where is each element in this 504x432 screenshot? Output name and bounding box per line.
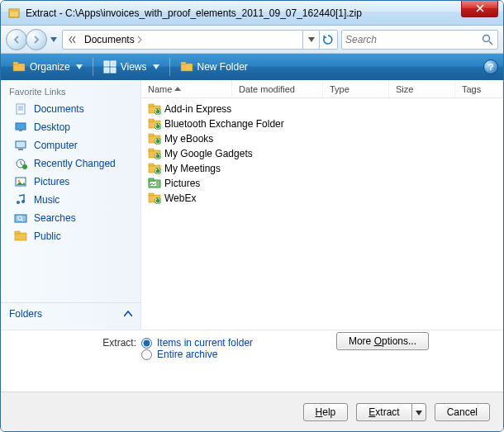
folders-toggle[interactable]: Folders	[1, 302, 140, 325]
svg-rect-7	[104, 68, 109, 73]
address-bar[interactable]: Documents	[62, 30, 338, 50]
favorites-sidebar: Favorite Links DocumentsDesktopComputerR…	[1, 80, 141, 330]
file-row[interactable]: Add-in Express	[141, 102, 503, 116]
search-input[interactable]	[345, 34, 481, 45]
command-toolbar: Organize Views New Folder ?	[1, 54, 503, 80]
file-row[interactable]: My Meetings	[141, 161, 503, 176]
column-size-label: Size	[396, 84, 413, 94]
dialog-footer: Help Extract Cancel	[1, 392, 503, 431]
svg-rect-25	[15, 231, 20, 234]
close-button[interactable]	[461, 1, 498, 17]
svg-rect-45	[149, 193, 154, 196]
back-button[interactable]	[6, 29, 27, 50]
sidebar-item-searches[interactable]: Searches	[1, 209, 140, 227]
sidebar-item-desktop[interactable]: Desktop	[1, 118, 140, 136]
more-options-button[interactable]: More Options...	[336, 332, 429, 350]
sidebar-item-music[interactable]: Music	[1, 191, 140, 209]
breadcrumb-root-chevrons[interactable]	[64, 35, 81, 45]
desktop-icon	[14, 121, 27, 134]
computer-icon	[14, 139, 27, 152]
sidebar-item-label: Documents	[34, 103, 84, 115]
file-row[interactable]: My Google Gadgets	[141, 146, 503, 161]
file-name: My eBooks	[164, 133, 213, 145]
file-row[interactable]: Pictures	[141, 176, 503, 191]
organize-button[interactable]: Organize	[6, 57, 89, 77]
sidebar-item-label: Desktop	[34, 121, 70, 133]
new-folder-label: New Folder	[197, 61, 248, 73]
file-name: WebEx	[164, 192, 196, 204]
sidebar-item-public[interactable]: Public	[1, 227, 140, 245]
file-name: My Google Gadgets	[164, 148, 253, 159]
extract-label: Extract:	[12, 337, 136, 349]
sidebar-item-label: Recently Changed	[34, 158, 116, 169]
sidebar-item-documents[interactable]: Documents	[1, 100, 140, 118]
breadcrumb-label: Documents	[84, 34, 135, 45]
sidebar-item-pictures[interactable]: Pictures	[1, 173, 140, 191]
file-row[interactable]: Bluetooth Exchange Folder	[141, 116, 503, 131]
extract-dropdown-button[interactable]	[411, 403, 426, 421]
svg-point-21	[21, 200, 25, 203]
svg-rect-12	[16, 123, 26, 130]
chevron-up-icon	[124, 311, 132, 317]
radio-items-current-folder[interactable]	[141, 338, 152, 349]
title-bar: Extract - C:\Apps\invoices_with_proof_el…	[1, 1, 503, 26]
column-header-size[interactable]: Size	[389, 80, 455, 97]
breadcrumb-segment-documents[interactable]: Documents	[81, 34, 146, 45]
organize-label: Organize	[30, 61, 70, 73]
views-button[interactable]: Views	[97, 57, 166, 77]
column-header-type[interactable]: Type	[323, 80, 389, 97]
column-tags-label: Tags	[462, 84, 481, 94]
search-icon[interactable]	[481, 33, 494, 46]
svg-rect-24	[15, 233, 26, 240]
file-name: Pictures	[164, 178, 200, 189]
svg-rect-8	[111, 68, 116, 73]
radio-entire-archive[interactable]	[141, 349, 152, 360]
svg-rect-36	[149, 149, 154, 151]
svg-rect-39	[149, 164, 154, 166]
svg-rect-4	[13, 62, 18, 64]
file-row[interactable]: My eBooks	[141, 131, 503, 146]
file-name: Bluetooth Exchange Folder	[164, 118, 284, 130]
sidebar-item-label: Searches	[34, 212, 76, 224]
folders-toggle-label: Folders	[9, 308, 42, 320]
address-history-dropdown[interactable]	[302, 31, 319, 49]
folder-sync-icon	[148, 162, 161, 175]
svg-point-20	[17, 201, 20, 204]
file-list: Add-in ExpressBluetooth Exchange FolderM…	[141, 98, 503, 330]
pictures-icon	[14, 175, 27, 188]
svg-rect-13	[19, 130, 22, 131]
column-header-date[interactable]: Date modified	[232, 80, 323, 97]
forward-button[interactable]	[26, 29, 47, 50]
svg-rect-6	[111, 61, 116, 66]
app-icon	[7, 7, 21, 20]
sidebar-item-recently-changed[interactable]: Recently Changed	[1, 154, 140, 173]
window-title: Extract - C:\Apps\invoices_with_proof_el…	[26, 7, 461, 19]
extract-button[interactable]: Extract	[356, 403, 411, 421]
views-label: Views	[121, 61, 147, 73]
new-folder-button[interactable]: New Folder	[174, 57, 254, 77]
cancel-button[interactable]: Cancel	[435, 403, 490, 421]
svg-rect-30	[149, 119, 154, 121]
column-header-tags[interactable]: Tags	[455, 80, 503, 97]
column-headers: Name Date modified Type Size Tags	[141, 80, 503, 98]
sidebar-item-computer[interactable]: Computer	[1, 136, 140, 154]
toolbar-separator	[93, 58, 93, 76]
toolbar-separator	[169, 58, 170, 76]
nav-history-dropdown[interactable]	[49, 30, 59, 50]
svg-rect-33	[149, 134, 154, 136]
column-header-name[interactable]: Name	[141, 80, 232, 97]
file-list-pane: Name Date modified Type Size Tags Add-in…	[141, 80, 503, 330]
svg-rect-11	[17, 104, 25, 114]
refresh-button[interactable]	[319, 31, 335, 49]
radio-label-archive[interactable]: Entire archive	[157, 349, 217, 360]
help-icon[interactable]: ?	[483, 59, 498, 74]
documents-icon	[14, 102, 27, 116]
sort-ascending-icon	[174, 87, 181, 91]
file-row[interactable]: WebEx	[141, 191, 503, 206]
favorites-heading: Favorite Links	[1, 85, 140, 100]
radio-label-current[interactable]: Items in current folder	[157, 337, 253, 349]
recent-icon	[14, 157, 27, 170]
search-box[interactable]	[341, 30, 498, 50]
svg-rect-3	[13, 64, 25, 71]
help-button[interactable]: Help	[303, 403, 349, 421]
